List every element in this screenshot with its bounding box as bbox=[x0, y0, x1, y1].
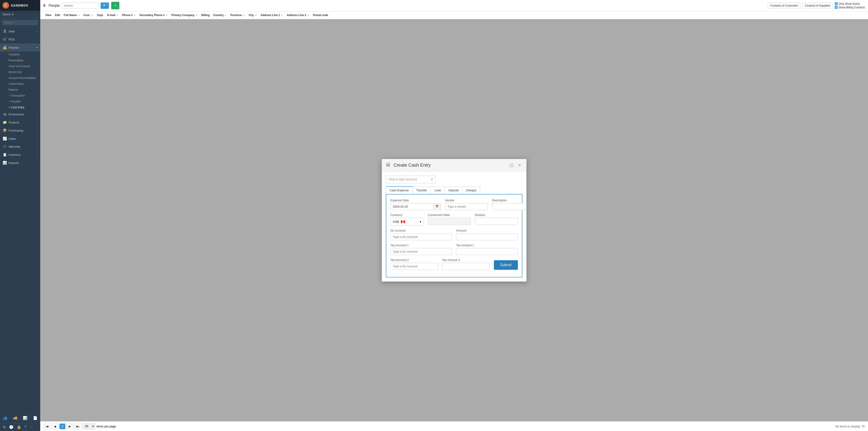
add-button[interactable]: ＋ bbox=[111, 2, 119, 9]
cash-account-select[interactable]: Pick a cash account ▾ bbox=[386, 176, 436, 183]
sidebar-item-pos[interactable]: 🛒 POS bbox=[0, 35, 40, 43]
filter-icon[interactable]: ▼ bbox=[243, 14, 245, 17]
th-address2[interactable]: Address Line 2▼ bbox=[285, 13, 311, 18]
show-billing-contacts-checkbox[interactable] bbox=[835, 6, 838, 9]
page-last-button[interactable]: ▶| bbox=[74, 424, 81, 429]
per-page-select[interactable]: 50 25 100 bbox=[83, 423, 95, 429]
sidebar-search-input[interactable] bbox=[2, 20, 38, 25]
division-input[interactable] bbox=[475, 218, 518, 225]
filter-icon[interactable]: ▼ bbox=[116, 14, 119, 17]
th-city[interactable]: City▼ bbox=[247, 13, 259, 18]
sidebar-sub-month-end[interactable]: Month End bbox=[8, 69, 40, 75]
th-country[interactable]: Country▼ bbox=[211, 13, 228, 18]
sidebar-item-label: Warranty bbox=[8, 145, 20, 148]
sidebar-item-projects[interactable]: 📁 Projects › bbox=[0, 118, 40, 126]
th-supl[interactable]: Supl. bbox=[95, 13, 105, 18]
modal-minimize-button[interactable]: ⬜ bbox=[508, 162, 515, 168]
sidebar-sub-receivables[interactable]: Receivables bbox=[8, 57, 40, 63]
filter-icon[interactable]: ▼ bbox=[133, 14, 136, 17]
th-email[interactable]: E-mail▼ bbox=[105, 13, 120, 18]
only-show-active-checkbox[interactable] bbox=[835, 2, 838, 5]
tax-account2-label: Tax Account 2 bbox=[391, 258, 438, 261]
sidebar-item-finance[interactable]: 💰 Finance ▾ bbox=[0, 43, 40, 52]
sidebar-sub-payables[interactable]: Payables bbox=[8, 52, 40, 57]
help-icon[interactable]: ? bbox=[24, 425, 26, 429]
truck-icon[interactable]: 🚚 bbox=[10, 413, 20, 423]
tax-account1-input[interactable] bbox=[391, 248, 452, 255]
th-cust[interactable]: Cust.▼ bbox=[82, 13, 95, 18]
submit-group: Submit bbox=[494, 260, 518, 270]
filter-icon[interactable]: ▼ bbox=[195, 14, 198, 17]
sidebar-sub-payable[interactable]: + Payable bbox=[8, 99, 40, 104]
document-icon[interactable]: 📄 bbox=[30, 413, 40, 423]
search-input[interactable] bbox=[62, 2, 98, 8]
tab-deposit[interactable]: Deposit bbox=[445, 186, 462, 194]
modal-close-button[interactable]: ✕ bbox=[517, 162, 522, 168]
conversion-rate-input[interactable] bbox=[428, 218, 471, 225]
th-phone[interactable]: Phone #▼ bbox=[120, 13, 138, 18]
chart-icon[interactable]: 📊 bbox=[20, 413, 30, 423]
page-prev-button[interactable]: ◀ bbox=[52, 424, 58, 429]
currency-select[interactable]: CAD 🇨🇦 ▾ bbox=[391, 218, 424, 226]
th-province[interactable]: Province▼ bbox=[228, 13, 247, 18]
filter-icon[interactable]: ▼ bbox=[165, 14, 168, 17]
tab-cash-expense[interactable]: Cash Expense bbox=[386, 186, 413, 194]
vendor-input[interactable] bbox=[445, 203, 488, 210]
expense-date-input[interactable] bbox=[391, 203, 433, 210]
gl-account-input[interactable] bbox=[391, 234, 452, 240]
logout-icon[interactable]: → bbox=[30, 425, 33, 429]
filter-icon[interactable]: ▼ bbox=[281, 14, 283, 17]
people-icon[interactable]: 👥 bbox=[0, 413, 10, 423]
submit-button[interactable]: Submit bbox=[494, 260, 518, 270]
th-address1[interactable]: Address Line 1▼ bbox=[259, 13, 285, 18]
sidebar-item-data[interactable]: 🗄 Data › bbox=[0, 27, 40, 35]
settings-icon[interactable]: ⚙ bbox=[3, 425, 6, 429]
filter-icon[interactable]: ▼ bbox=[78, 14, 80, 17]
tax-amount1-label: Tax Amount 1 bbox=[456, 244, 518, 247]
sidebar-item-ecommerce[interactable]: 🛍 Ecommerce › bbox=[0, 110, 40, 118]
page-first-button[interactable]: |◀ bbox=[43, 424, 51, 429]
sidebar-item-sales[interactable]: 📈 Sales › bbox=[0, 134, 40, 143]
demo-row[interactable]: Demo ▾ bbox=[0, 11, 40, 18]
filter-icon[interactable]: ▼ bbox=[91, 14, 93, 17]
description-input[interactable] bbox=[492, 203, 526, 210]
page-next-button[interactable]: ▶ bbox=[67, 424, 73, 429]
sidebar-sub-chart-accounts[interactable]: Chart of Accounts bbox=[8, 63, 40, 69]
sidebar-sub-credit-notes[interactable]: Credit Notes bbox=[8, 81, 40, 87]
contacts-customers-button[interactable]: Contacts of Customers bbox=[768, 3, 800, 8]
dropdown-arrow-icon: ▾ bbox=[420, 220, 421, 223]
lock-icon[interactable]: 🔒 bbox=[17, 425, 21, 429]
sidebar-sub-reports[interactable]: Reports bbox=[8, 87, 40, 93]
sidebar-item-inventory[interactable]: 📋 Inventory › bbox=[0, 151, 40, 159]
app-logo-icon: 🎯 bbox=[3, 2, 9, 8]
tax-amount2-input[interactable] bbox=[442, 263, 490, 270]
tax-account2-input[interactable] bbox=[391, 263, 438, 270]
sidebar-item-reports[interactable]: 📊 Reports bbox=[0, 159, 40, 167]
th-postal[interactable]: Postal code bbox=[311, 13, 330, 18]
th-secondary-phone[interactable]: Secondary Phone #▼ bbox=[138, 13, 169, 18]
sidebar-sub-account-reconciliation[interactable]: Account Reconciliation bbox=[8, 75, 40, 81]
sidebar-sub-transaction[interactable]: + Transaction bbox=[8, 93, 40, 99]
filter-icon[interactable]: ▼ bbox=[255, 14, 257, 17]
conversion-rate-label: Conversion Rate bbox=[428, 213, 471, 217]
calendar-icon-button[interactable]: 📅 bbox=[433, 203, 441, 210]
amount-input[interactable] bbox=[456, 234, 518, 240]
tax-amount1-input[interactable] bbox=[456, 248, 518, 255]
page-current-button[interactable]: 0 bbox=[59, 424, 65, 429]
th-full-name[interactable]: Full Name▼ bbox=[62, 13, 82, 18]
sidebar-item-purchasing[interactable]: 📦 Purchasing › bbox=[0, 126, 40, 134]
th-primary-company[interactable]: Primary Company▼ bbox=[169, 13, 199, 18]
tab-cheque[interactable]: Cheque bbox=[462, 186, 480, 194]
tab-transfer[interactable]: Transfer bbox=[413, 186, 431, 194]
refresh-button[interactable]: ↻ bbox=[862, 424, 865, 429]
filter-icon[interactable]: ▼ bbox=[224, 14, 227, 17]
per-page-label: items per page bbox=[96, 425, 116, 428]
sidebar-sub-cash-entry[interactable]: + Cash Entry bbox=[8, 104, 40, 110]
contacts-suppliers-button[interactable]: Contacts of Suppliers bbox=[802, 3, 833, 8]
tab-loan[interactable]: Loan bbox=[431, 186, 445, 194]
sidebar-item-warranty[interactable]: 🛡 Warranty › bbox=[0, 143, 40, 151]
filter-icon[interactable]: ▼ bbox=[307, 14, 309, 17]
th-billing[interactable]: Billing bbox=[199, 13, 212, 18]
clock-icon[interactable]: 🕐 bbox=[9, 425, 13, 429]
search-button[interactable]: 🔍 bbox=[101, 2, 109, 9]
